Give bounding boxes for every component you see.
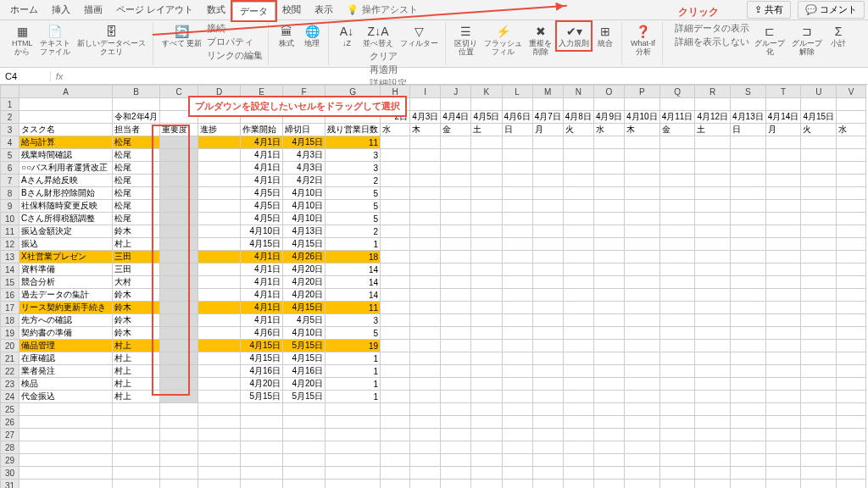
assist-search[interactable]: 💡操作アシスト [347,3,418,16]
task-cell[interactable]: 業者発注 [19,365,113,378]
html-button[interactable]: ▦HTMLから [10,22,35,58]
share-button[interactable]: ⇪共有 [747,1,791,19]
name-box[interactable]: C4 [0,71,51,81]
days-cell[interactable]: 1 [326,238,381,251]
person-cell[interactable]: 松尾 [113,162,160,175]
person-cell[interactable]: 松尾 [113,200,160,213]
spreadsheet-grid[interactable]: ABCDEFGHIJKLMNOPQRSTUV12令和2年4月2日4月3日4月4日… [0,85,868,488]
comment-button[interactable]: 💬コメント [798,1,865,19]
task-cell[interactable]: 資料準備 [19,263,113,276]
tab-校閲[interactable]: 校閲 [275,1,308,19]
sort-za-button[interactable]: Z↓A並べ替え [361,22,395,50]
person-cell[interactable]: 鈴木 [113,327,160,340]
col-header[interactable]: V [837,86,866,98]
start-cell[interactable]: 4月1日 [241,289,283,302]
person-cell[interactable]: 松尾 [113,149,160,162]
due-cell[interactable]: 4月20日 [283,289,326,302]
due-cell[interactable]: 4月26日 [283,251,326,263]
days-cell[interactable]: 11 [326,302,381,314]
due-cell[interactable]: 4月10日 [283,213,326,225]
start-cell[interactable]: 4月5日 [241,213,283,225]
weekday-cell[interactable]: 金 [441,124,471,136]
col-header[interactable]: U [801,86,837,98]
start-cell[interactable]: 4月15日 [241,340,283,352]
days-cell[interactable]: 14 [326,263,381,276]
person-cell[interactable]: 三田 [113,251,160,263]
priority-cell[interactable] [160,391,198,403]
due-cell[interactable]: 4月10日 [283,187,326,200]
days-cell[interactable]: 18 [326,251,381,263]
task-cell[interactable]: 先方への確認 [19,314,113,327]
days-cell[interactable]: 5 [326,187,381,200]
due-cell[interactable]: 4月3日 [283,149,326,162]
priority-cell[interactable] [160,302,198,314]
days-cell[interactable]: 1 [326,391,381,403]
table-row[interactable]: 12振込村上4月15日4月15日1 [1,238,866,251]
weekday-cell[interactable]: 土 [695,124,731,136]
remove-dup-button[interactable]: ✖重複を削除 [527,22,554,58]
due-cell[interactable]: 4月5日 [283,314,326,327]
priority-cell[interactable] [160,276,198,289]
table-row[interactable]: 19契約書の準備鈴木4月6日4月10日5 [1,327,866,340]
days-cell[interactable]: 2 [326,175,381,187]
due-cell[interactable]: 4月20日 [283,263,326,276]
col-header[interactable]: Q [659,86,695,98]
sort-az-button[interactable]: A↓↓Z [336,22,358,50]
table-row[interactable]: 8Bさん財形控除開始松尾4月5日4月10日5 [1,187,866,200]
due-cell[interactable]: 4月15日 [283,302,326,314]
due-cell[interactable]: 4月13日 [283,225,326,238]
table-row[interactable]: 7Aさん昇給反映松尾4月1日4月2日2 [1,175,866,187]
whatif-button[interactable]: ❓What-If分析 [629,22,657,58]
start-cell[interactable]: 4月1日 [241,136,283,149]
table-row[interactable]: 17リース契約更新手続き鈴木4月1日4月15日11 [1,302,866,314]
col-header[interactable]: N [563,86,593,98]
task-cell[interactable]: 競合分析 [19,276,113,289]
table-row[interactable]: 13X社営業プレゼン三田4月1日4月26日18 [1,251,866,263]
days-cell[interactable]: 5 [326,200,381,213]
priority-cell[interactable] [160,378,198,391]
start-cell[interactable]: 4月1日 [241,251,283,263]
task-cell[interactable]: Bさん財形控除開始 [19,187,113,200]
start-cell[interactable]: 4月16日 [241,365,283,378]
start-cell[interactable]: 4月1日 [241,175,283,187]
days-cell[interactable]: 3 [326,162,381,175]
table-header-cell[interactable]: タスク名 [19,124,113,136]
fx-icon[interactable]: fx [51,71,68,81]
start-cell[interactable]: 4月1日 [241,149,283,162]
weekday-cell[interactable]: 日 [731,124,766,136]
task-cell[interactable]: 給与計算 [19,136,113,149]
person-cell[interactable]: 松尾 [113,187,160,200]
days-cell[interactable]: 11 [326,136,381,149]
tab-データ[interactable]: データ [232,2,275,20]
col-header[interactable]: I [410,86,441,98]
priority-cell[interactable] [160,213,198,225]
priority-cell[interactable] [160,251,198,263]
table-row[interactable]: 4給与計算松尾4月1日4月15日11 [1,136,866,149]
col-header[interactable]: J [441,86,471,98]
priority-cell[interactable] [160,314,198,327]
col-header[interactable]: S [731,86,766,98]
task-cell[interactable]: 在庫確認 [19,352,113,365]
table-header-cell[interactable]: 担当者 [113,124,160,136]
ribbon-sub-item[interactable]: 再適用 [370,64,407,76]
ungroup-button[interactable]: ⊐グループ解除 [790,22,824,58]
table-row[interactable]: 6○○バス利用者運賃改正松尾4月1日4月3日3 [1,162,866,175]
person-cell[interactable]: 鈴木 [113,302,160,314]
priority-cell[interactable] [160,136,198,149]
table-row[interactable]: 22業者発注村上4月16日4月16日1 [1,365,866,378]
weekday-cell[interactable]: 金 [659,124,695,136]
person-cell[interactable]: 松尾 [113,175,160,187]
group-button[interactable]: ⊏グループ化 [753,22,787,58]
days-cell[interactable]: 1 [326,352,381,365]
task-cell[interactable]: 代金振込 [19,391,113,403]
task-cell[interactable]: 契約書の準備 [19,327,113,340]
start-cell[interactable]: 4月1日 [241,302,283,314]
ribbon-sub-item[interactable]: 詳細データの表示 [675,22,749,35]
person-cell[interactable]: 村上 [113,238,160,251]
days-cell[interactable]: 19 [326,340,381,352]
task-cell[interactable]: 社保料随時変更反映 [19,200,113,213]
priority-cell[interactable] [160,352,198,365]
col-header[interactable]: T [765,86,801,98]
db-button[interactable]: 🗄新しいデータベースクエリ [75,22,147,58]
period-cell[interactable]: 令和2年4月 [113,111,160,124]
